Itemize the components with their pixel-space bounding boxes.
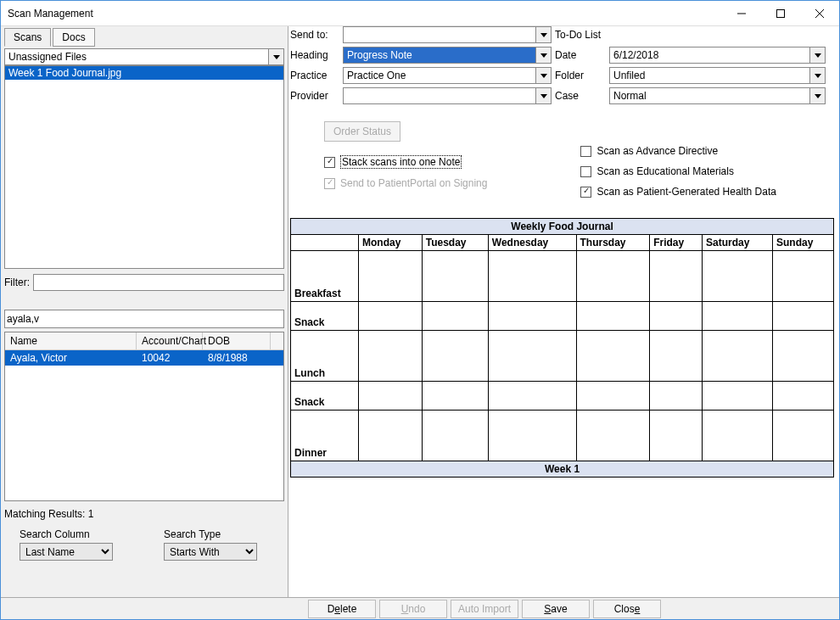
dropdown-arrow-icon[interactable]	[536, 67, 552, 84]
educational-materials-label: Scan as Educational Materials	[596, 165, 733, 177]
title-bar: Scan Management	[1, 1, 839, 26]
cell-name: Ayala, Victor	[5, 350, 137, 366]
col-name[interactable]: Name	[5, 332, 137, 349]
dropdown-arrow-icon[interactable]	[810, 67, 826, 84]
checkbox-icon[interactable]	[580, 146, 591, 157]
practice-combo[interactable]	[343, 67, 552, 84]
checkbox-icon[interactable]	[580, 187, 591, 198]
cell-account: 10042	[137, 350, 203, 366]
tab-strip: Scans Docs	[1, 26, 288, 47]
sendto-label: Send to:	[290, 29, 339, 41]
files-combo-input[interactable]	[4, 48, 269, 65]
search-column-select[interactable]: Last Name	[20, 543, 113, 561]
auto-import-button: Auto Import	[451, 600, 518, 618]
checkbox-icon	[324, 178, 335, 189]
provider-input[interactable]	[343, 87, 536, 104]
col-monday: Monday	[359, 235, 423, 251]
col-account[interactable]: Account/Chart	[137, 332, 203, 349]
patient-generated-label: Scan as Patient-Generated Health Data	[596, 186, 776, 198]
send-portal-checkbox: Send to PatientPortal on Signing	[324, 177, 487, 189]
dropdown-arrow-icon[interactable]	[810, 47, 826, 64]
food-journal-preview: Weekly Food Journal Monday Tuesday Wedne…	[290, 218, 834, 478]
col-saturday: Saturday	[703, 235, 773, 251]
stack-scans-label: Stack scans into one Note	[340, 155, 462, 169]
case-label: Case	[555, 90, 606, 102]
heading-label: Heading	[290, 49, 339, 61]
order-status-button: Order Status	[324, 121, 400, 142]
patient-generated-checkbox[interactable]: Scan as Patient-Generated Health Data	[580, 186, 776, 198]
todo-label: To-Do List	[555, 29, 606, 41]
col-wednesday: Wednesday	[488, 235, 576, 251]
sendto-combo[interactable]	[343, 26, 552, 43]
maximize-button[interactable]	[761, 1, 800, 26]
row-dinner: Dinner	[291, 411, 359, 461]
dropdown-arrow-icon[interactable]	[810, 87, 826, 104]
col-dob[interactable]: DOB	[203, 332, 271, 349]
tab-docs[interactable]: Docs	[53, 28, 94, 47]
tab-docs-label: Docs	[62, 31, 85, 43]
folder-input[interactable]	[609, 67, 810, 84]
case-combo[interactable]	[609, 87, 826, 104]
case-input[interactable]	[609, 87, 810, 104]
file-list[interactable]: Week 1 Food Journal.jpg	[4, 65, 284, 269]
search-type-select[interactable]: Starts With	[164, 543, 257, 561]
advance-directive-checkbox[interactable]: Scan as Advance Directive	[580, 145, 776, 157]
matching-results-label: Matching Results: 1	[1, 503, 288, 525]
col-sunday: Sunday	[773, 235, 834, 251]
results-table: Name Account/Chart DOB Ayala, Victor 100…	[4, 332, 284, 501]
dropdown-arrow-icon[interactable]	[269, 48, 284, 65]
stack-scans-checkbox[interactable]: Stack scans into one Note	[324, 155, 487, 169]
files-combo[interactable]	[4, 48, 284, 65]
row-snack: Snack	[291, 382, 359, 411]
journal-footer: Week 1	[291, 461, 834, 478]
filter-input[interactable]	[33, 274, 284, 291]
window-title: Scan Management	[8, 8, 722, 20]
save-button[interactable]: Save	[522, 600, 590, 618]
patient-search-input[interactable]	[4, 310, 284, 328]
heading-combo[interactable]	[343, 47, 552, 64]
close-button[interactable]	[800, 1, 839, 26]
folder-label: Folder	[555, 70, 606, 81]
date-combo[interactable]	[609, 47, 826, 64]
col-tuesday: Tuesday	[422, 235, 488, 251]
filter-label: Filter:	[4, 276, 30, 288]
educational-materials-checkbox[interactable]: Scan as Educational Materials	[580, 165, 776, 177]
practice-label: Practice	[290, 70, 339, 81]
delete-button[interactable]: Delete	[308, 600, 376, 618]
journal-title: Weekly Food Journal	[291, 219, 834, 235]
row-snack: Snack	[291, 302, 359, 331]
heading-input[interactable]	[343, 47, 536, 64]
undo-button: Undo	[379, 600, 447, 618]
close-button[interactable]: Close	[593, 600, 661, 618]
results-header: Name Account/Chart DOB	[5, 332, 283, 350]
date-label: Date	[555, 49, 606, 61]
send-portal-label: Send to PatientPortal on Signing	[340, 177, 487, 189]
search-column-label: Search Column	[20, 528, 113, 540]
table-row[interactable]: Ayala, Victor 10042 8/8/1988	[5, 350, 283, 366]
list-item[interactable]: Week 1 Food Journal.jpg	[5, 66, 283, 80]
checkbox-icon[interactable]	[324, 157, 335, 168]
cell-dob: 8/8/1988	[203, 350, 271, 366]
folder-combo[interactable]	[609, 67, 826, 84]
dropdown-arrow-icon[interactable]	[536, 47, 552, 64]
sendto-input[interactable]	[343, 26, 536, 43]
advance-directive-label: Scan as Advance Directive	[596, 145, 718, 157]
date-input[interactable]	[609, 47, 810, 64]
col-thursday: Thursday	[576, 235, 650, 251]
search-type-label: Search Type	[164, 528, 257, 540]
checkbox-icon[interactable]	[580, 166, 591, 177]
tab-scans[interactable]: Scans	[4, 28, 51, 47]
col-friday: Friday	[650, 235, 703, 251]
practice-input[interactable]	[343, 67, 536, 84]
row-breakfast: Breakfast	[291, 251, 359, 302]
minimize-button[interactable]	[722, 1, 761, 26]
right-panel: Send to: To-Do List Heading Date Practic…	[288, 26, 839, 597]
left-panel: Scans Docs Week 1 Food Journal.jpg Filte…	[1, 26, 288, 597]
svg-rect-1	[777, 9, 785, 17]
provider-label: Provider	[290, 90, 339, 102]
bottom-toolbar: Delete Undo Auto Import Save Close	[1, 597, 839, 619]
row-lunch: Lunch	[291, 331, 359, 382]
dropdown-arrow-icon[interactable]	[536, 26, 552, 43]
provider-combo[interactable]	[343, 87, 552, 104]
dropdown-arrow-icon[interactable]	[536, 87, 552, 104]
